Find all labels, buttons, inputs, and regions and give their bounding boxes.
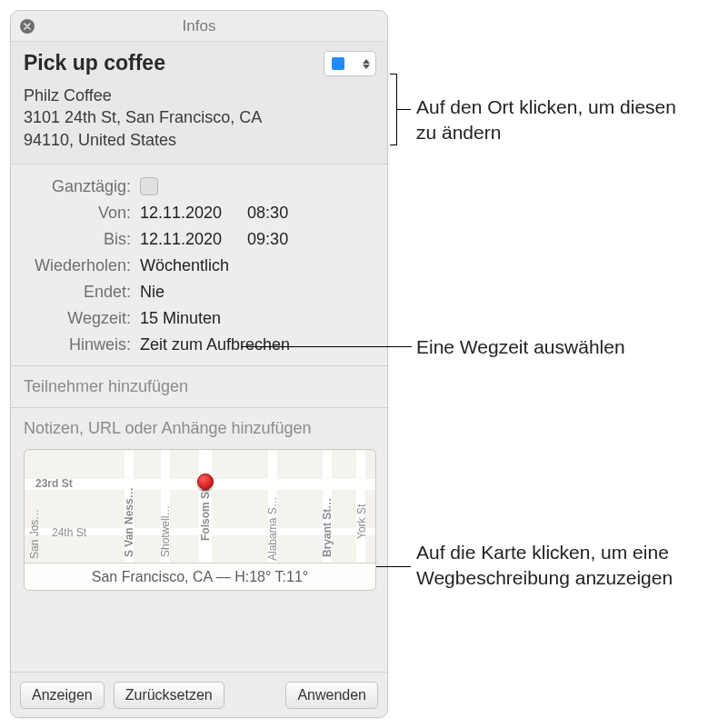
allday-label: Ganztägig: <box>24 177 140 196</box>
alert-label: Hinweis: <box>24 335 140 354</box>
repeat-value[interactable]: Wöchentlich <box>140 256 229 275</box>
footer: Anzeigen Zurücksetzen Anwenden <box>11 672 387 717</box>
travel-value[interactable]: 15 Minuten <box>140 309 221 328</box>
notes-section: Notizen, URL oder Anhänge hinzufügen 23r… <box>11 408 387 603</box>
event-location[interactable]: Philz Coffee 3101 24th St, San Francisco… <box>24 85 374 151</box>
callout-line <box>396 109 411 110</box>
event-info-panel: Infos Pick up coffee Philz Coffee 3101 2… <box>10 10 388 718</box>
alert-value[interactable]: Zeit zum Aufbrechen <box>140 335 290 354</box>
map-label-alabama: Alabama S… <box>266 496 279 561</box>
travel-label: Wegzeit: <box>24 309 140 328</box>
stepper-arrows-icon <box>363 59 370 69</box>
callout-line <box>376 566 411 567</box>
event-header: Pick up coffee Philz Coffee 3101 24th St… <box>11 42 387 165</box>
map-thumbnail[interactable]: 23rd St 24th St S Van Ness… Shotwell… Fo… <box>24 449 376 591</box>
map-pin-icon <box>197 474 214 490</box>
map-label-sanjose: San Jos… <box>28 509 41 559</box>
map-label-shotwell: Shotwell… <box>159 505 172 557</box>
notes-input[interactable]: Notizen, URL oder Anhänge hinzufügen <box>24 419 374 438</box>
close-icon <box>24 23 31 30</box>
map-label-24th: 24th St <box>52 526 86 539</box>
close-button[interactable] <box>20 19 35 34</box>
annotation-travel: Eine Wegzeit auswählen <box>416 334 625 360</box>
show-button[interactable]: Anzeigen <box>20 682 105 709</box>
location-line1: 3101 24th St, San Francisco, CA <box>24 106 374 128</box>
from-date[interactable]: 12.11.2020 <box>140 204 222 223</box>
location-line2: 94110, United States <box>24 129 374 151</box>
annotation-location: Auf den Ort klicken, um diesen zu ändern <box>416 95 689 146</box>
to-label: Bis: <box>24 230 140 249</box>
annotation-map: Auf die Karte klicken, um eine Wegbeschr… <box>416 540 698 592</box>
callout-line <box>241 346 412 347</box>
titlebar-label: Infos <box>183 17 216 35</box>
map-label-svanness: S Van Ness… <box>123 487 135 557</box>
to-time[interactable]: 09:30 <box>247 230 288 249</box>
map-weather-bar: San Francisco, CA — H:18° T:11° <box>25 563 375 590</box>
map-label-york: York St <box>355 504 368 539</box>
ends-label: Endet: <box>24 283 140 302</box>
location-name: Philz Coffee <box>24 85 374 106</box>
titlebar: Infos <box>11 11 387 42</box>
calendar-picker[interactable] <box>324 51 376 76</box>
reset-button[interactable]: Zurücksetzen <box>114 682 224 709</box>
allday-checkbox[interactable] <box>140 177 158 195</box>
to-date[interactable]: 12.11.2020 <box>140 230 222 249</box>
map-label-bryant: Bryant St… <box>321 498 334 557</box>
event-details: Ganztägig: Von: 12.11.2020 08:30 Bis: 12… <box>11 165 387 366</box>
from-label: Von: <box>24 204 140 223</box>
repeat-label: Wiederholen: <box>24 256 140 275</box>
map-label-folsom: Folsom St <box>199 488 212 541</box>
map-label-23rd: 23rd St <box>35 477 73 490</box>
invitees-input[interactable]: Teilnehmer hinzufügen <box>11 366 387 408</box>
apply-button[interactable]: Anwenden <box>285 682 378 709</box>
ends-value[interactable]: Nie <box>140 283 165 302</box>
from-time[interactable]: 08:30 <box>247 204 288 223</box>
calendar-color-swatch <box>332 57 344 70</box>
event-title[interactable]: Pick up coffee <box>24 51 374 75</box>
